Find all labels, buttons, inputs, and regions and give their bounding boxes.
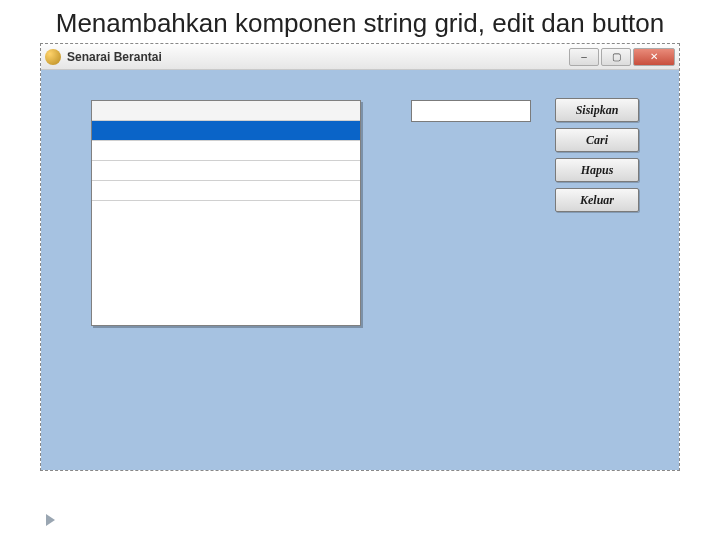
grid-row[interactable]: [92, 181, 360, 201]
slide-title: Menambahkan komponen string grid, edit d…: [40, 8, 680, 39]
grid-row-selected[interactable]: [92, 121, 360, 141]
hapus-button[interactable]: Hapus: [555, 158, 639, 182]
grid-row[interactable]: [92, 161, 360, 181]
slide-bullet-icon: [46, 514, 55, 526]
app-icon: [45, 49, 61, 65]
titlebar[interactable]: Senarai Berantai – ▢ ✕: [41, 44, 679, 70]
string-grid[interactable]: [91, 100, 361, 326]
form-designer-surface[interactable]: Sisipkan Cari Hapus Keluar: [41, 70, 679, 470]
app-window: Senarai Berantai – ▢ ✕ Sisipkan Cari Hap…: [40, 43, 680, 471]
edit-input[interactable]: [411, 100, 531, 122]
minimize-button[interactable]: –: [569, 48, 599, 66]
keluar-button[interactable]: Keluar: [555, 188, 639, 212]
cari-button[interactable]: Cari: [555, 128, 639, 152]
window-title: Senarai Berantai: [67, 50, 567, 64]
window-buttons: – ▢ ✕: [567, 48, 675, 66]
sisipkan-button[interactable]: Sisipkan: [555, 98, 639, 122]
close-button[interactable]: ✕: [633, 48, 675, 66]
maximize-button[interactable]: ▢: [601, 48, 631, 66]
grid-fixed-row: [92, 101, 360, 121]
grid-row[interactable]: [92, 141, 360, 161]
